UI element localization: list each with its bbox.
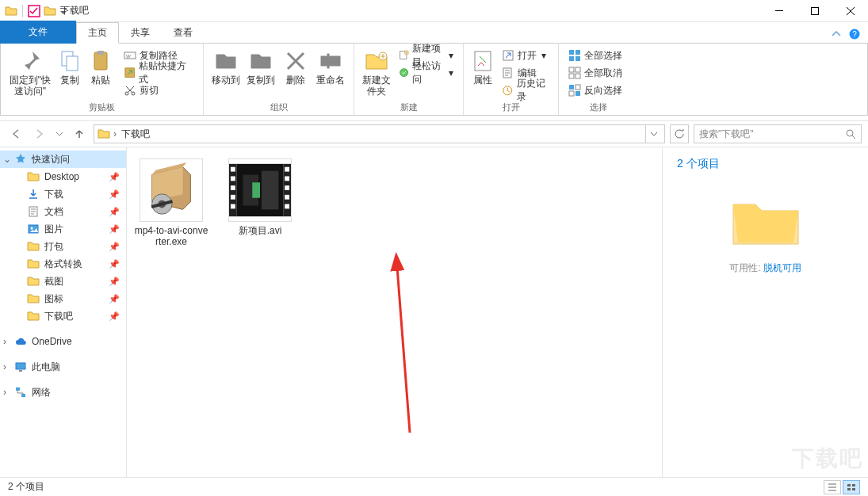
- new-folder-button[interactable]: 新建文件夹: [361, 47, 392, 97]
- sidebar-item-folder[interactable]: 格式转换📌: [0, 255, 126, 273]
- svg-rect-56: [231, 204, 235, 209]
- copy-button[interactable]: 复制: [56, 47, 84, 86]
- sidebar-item-folder[interactable]: 打包📌: [0, 238, 126, 255]
- caret-icon[interactable]: ›: [3, 336, 6, 347]
- pin-icon: [17, 48, 43, 74]
- view-large-icons-button[interactable]: [843, 480, 860, 494]
- new-item-icon: [399, 49, 409, 62]
- group-label: 组织: [210, 100, 347, 113]
- move-to-button[interactable]: 移动到: [210, 47, 242, 86]
- paste-shortcut-button[interactable]: 粘贴快捷方式: [120, 64, 197, 82]
- ribbon-group-open: 属性 打开▾ 编辑 历史记录 打开: [464, 44, 559, 115]
- sidebar-item-folder[interactable]: 下载吧📌: [0, 307, 126, 325]
- copy-icon: [57, 48, 82, 74]
- sidebar-network[interactable]: ›网络: [0, 383, 126, 401]
- group-label: 剪贴板: [7, 100, 197, 113]
- close-button[interactable]: [832, 0, 868, 22]
- nav-back-button[interactable]: [6, 124, 25, 143]
- file-name: mp4-to-avi-converter.exe: [133, 225, 209, 248]
- copy-to-button[interactable]: 复制到: [245, 47, 277, 86]
- help-icon[interactable]: ?: [849, 29, 860, 40]
- delete-button[interactable]: 删除: [281, 47, 311, 86]
- sidebar-item-documents[interactable]: 文档📌: [0, 203, 126, 220]
- svg-rect-37: [575, 91, 580, 96]
- rename-button[interactable]: 重命名: [314, 47, 347, 86]
- paste-button[interactable]: 粘贴: [86, 47, 114, 86]
- ribbon-group-new: 新建文件夹 新建项目▾ 轻松访问▾ 新建: [354, 44, 464, 115]
- document-icon: [27, 205, 40, 218]
- content-area[interactable]: mp4-to-avi-converter.exe 新项目.avi: [127, 147, 662, 477]
- properties-icon: [470, 48, 495, 74]
- easy-access-icon: [399, 67, 409, 79]
- refresh-button[interactable]: [670, 124, 689, 143]
- search-icon: [845, 128, 856, 139]
- svg-rect-28: [569, 56, 574, 61]
- star-icon: [14, 153, 27, 166]
- nav-recent-button[interactable]: [54, 124, 65, 143]
- breadcrumb-segment[interactable]: 下载吧: [120, 128, 151, 141]
- folder-icon: [27, 258, 40, 270]
- caret-icon[interactable]: ⌄: [3, 154, 11, 165]
- sidebar-onedrive[interactable]: ›OneDrive: [0, 333, 126, 350]
- sidebar-item-folder[interactable]: 截图📌: [0, 273, 126, 290]
- new-substack: 新建项目▾ 轻松访问▾: [396, 47, 457, 82]
- collapse-ribbon-icon[interactable]: [832, 29, 841, 39]
- sidebar-item-folder[interactable]: 图标📌: [0, 290, 126, 307]
- chevron-right-icon[interactable]: ›: [113, 128, 117, 139]
- breadcrumb-dropdown[interactable]: [645, 124, 661, 143]
- caret-icon[interactable]: ›: [3, 361, 6, 372]
- scissors-icon: [124, 84, 136, 97]
- file-item[interactable]: mp4-to-avi-converter.exe: [133, 158, 209, 248]
- minimize-button[interactable]: [761, 0, 797, 22]
- svg-point-41: [31, 227, 33, 230]
- window-controls: [761, 0, 868, 22]
- select-none-button[interactable]: 全部取消: [565, 64, 625, 82]
- sidebar-quick-access[interactable]: ⌄ 快速访问: [0, 151, 126, 168]
- breadcrumb[interactable]: › 下载吧: [94, 124, 665, 143]
- checkbox-indicator-icon[interactable]: [28, 5, 40, 17]
- open-button[interactable]: 打开▾: [499, 47, 554, 64]
- folder-small-icon[interactable]: [44, 5, 56, 17]
- invert-selection-button[interactable]: 反向选择: [565, 82, 625, 99]
- nav-forward-button[interactable]: [30, 124, 49, 143]
- svg-rect-2: [775, 10, 783, 11]
- sidebar-item-pictures[interactable]: 图片📌: [0, 220, 126, 238]
- svg-rect-16: [321, 56, 340, 66]
- details-pane: 2 个项目 可用性: 脱机可用: [662, 147, 868, 477]
- view-details-button[interactable]: [824, 480, 841, 494]
- tab-share[interactable]: 共享: [119, 22, 162, 44]
- pin-icon: 📌: [109, 277, 120, 287]
- easy-access-button[interactable]: 轻松访问▾: [396, 64, 457, 82]
- pin-to-quick-access-button[interactable]: 固定到"快速访问": [7, 47, 53, 97]
- path-icon: w: [124, 49, 136, 62]
- tab-file[interactable]: 文件: [0, 21, 76, 44]
- folder-large-icon: [730, 193, 801, 249]
- tab-view[interactable]: 查看: [162, 22, 205, 44]
- svg-rect-60: [285, 195, 289, 200]
- file-item[interactable]: 新项目.avi: [222, 158, 298, 248]
- cut-button[interactable]: 剪切: [120, 82, 197, 99]
- svg-rect-58: [285, 176, 289, 181]
- svg-rect-15: [256, 59, 264, 66]
- tab-home[interactable]: 主页: [76, 22, 119, 44]
- sidebar-item-desktop[interactable]: Desktop📌: [0, 168, 126, 185]
- ribbon: 固定到"快速访问" 复制 粘贴 w复制路径 粘贴快捷方式 剪切 剪贴板 移动到: [0, 43, 868, 116]
- sidebar-item-downloads[interactable]: 下载📌: [0, 185, 126, 203]
- shortcut-icon: [124, 67, 136, 79]
- nav-up-button[interactable]: [70, 124, 89, 143]
- caret-icon[interactable]: ›: [3, 387, 6, 398]
- sidebar-this-pc[interactable]: ›此电脑: [0, 358, 126, 376]
- properties-button[interactable]: 属性: [470, 47, 495, 86]
- svg-text:?: ?: [852, 30, 857, 39]
- select-all-button[interactable]: 全部选择: [565, 47, 625, 64]
- separator: [22, 5, 23, 17]
- search-input[interactable]: 搜索"下载吧": [694, 124, 862, 143]
- group-label: 选择: [565, 100, 632, 113]
- svg-rect-65: [252, 182, 260, 198]
- folder-small-icon: [98, 128, 110, 140]
- video-thumbnail: [228, 158, 292, 222]
- titlebar: 下载吧: [0, 0, 868, 22]
- history-button[interactable]: 历史记录: [499, 82, 554, 99]
- svg-rect-67: [847, 484, 851, 486]
- maximize-button[interactable]: [797, 0, 832, 22]
